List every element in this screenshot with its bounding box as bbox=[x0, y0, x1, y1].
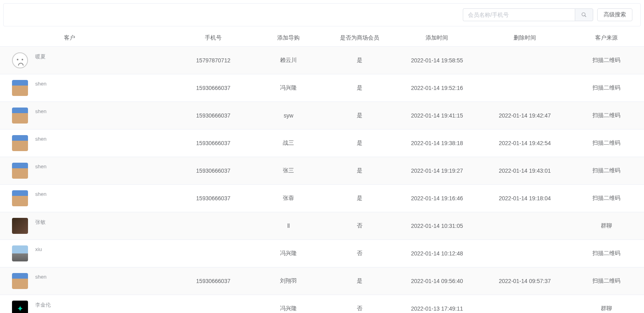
cell-guide: 张蓉 bbox=[251, 185, 326, 212]
cell-guide: 张三 bbox=[251, 157, 326, 185]
customer-name: xiu bbox=[35, 245, 42, 252]
customer-cell: shen bbox=[0, 273, 176, 289]
cell-guide: 冯兴隆 bbox=[251, 74, 326, 102]
customer-name: 暖夏 bbox=[35, 52, 46, 60]
cell-guide: 赖云川 bbox=[251, 47, 326, 74]
table-row[interactable]: shen15930666037张蓉是2022-01-14 19:16:46202… bbox=[0, 185, 644, 212]
table-row[interactable]: shen15930666037刘翔羽是2022-01-14 09:56:4020… bbox=[0, 267, 644, 295]
cell-add-time: 2022-01-14 19:58:55 bbox=[393, 47, 481, 74]
svg-line-1 bbox=[585, 16, 586, 17]
svg-point-0 bbox=[582, 13, 585, 16]
avatar bbox=[12, 163, 28, 179]
avatar bbox=[12, 135, 28, 151]
cell-add-time: 2022-01-14 19:52:16 bbox=[393, 74, 481, 102]
header-add-time: 添加时间 bbox=[393, 30, 481, 47]
customer-cell: shen bbox=[0, 80, 176, 96]
cell-source: 扫描二维码 bbox=[569, 130, 644, 157]
table-row[interactable]: xiu冯兴隆否2022-01-14 10:12:48扫描二维码 bbox=[0, 240, 644, 267]
customer-name: shen bbox=[35, 163, 46, 169]
table-row[interactable]: 李金伦冯兴隆否2022-01-13 17:49:11群聊 bbox=[0, 295, 644, 313]
cell-del-time: 2022-01-14 19:42:54 bbox=[481, 130, 569, 157]
table-row[interactable]: shen15930666037张三是2022-01-14 19:19:27202… bbox=[0, 157, 644, 185]
cell-add-time: 2022-01-14 19:41:15 bbox=[393, 102, 481, 130]
cell-del-time: 2022-01-14 09:57:37 bbox=[481, 267, 569, 295]
cell-del-time: 2022-01-14 19:42:47 bbox=[481, 102, 569, 130]
advanced-search-button[interactable]: 高级搜索 bbox=[597, 8, 632, 21]
cell-guide: 冯兴隆 bbox=[251, 295, 326, 313]
cell-del-time bbox=[481, 295, 569, 313]
cell-del-time bbox=[481, 74, 569, 102]
customer-cell: shen bbox=[0, 190, 176, 206]
cell-member: 否 bbox=[326, 212, 393, 240]
customer-name: shen bbox=[35, 108, 46, 114]
cell-phone bbox=[176, 240, 251, 267]
table-header-row: 客户 手机号 添加导购 是否为商场会员 添加时间 删除时间 客户来源 bbox=[0, 30, 644, 47]
cell-guide: 冯兴隆 bbox=[251, 240, 326, 267]
header-source: 客户来源 bbox=[569, 30, 644, 47]
cell-phone: 15930666037 bbox=[176, 267, 251, 295]
cell-source: 扫描二维码 bbox=[569, 47, 644, 74]
cell-del-time bbox=[481, 212, 569, 240]
search-button[interactable] bbox=[575, 8, 593, 21]
cell-guide: syw bbox=[251, 102, 326, 130]
customer-name: 张敏 bbox=[35, 218, 46, 226]
cell-phone bbox=[176, 212, 251, 240]
cell-source: 扫描二维码 bbox=[569, 185, 644, 212]
table-row[interactable]: shen15930666037冯兴隆是2022-01-14 19:52:16扫描… bbox=[0, 74, 644, 102]
avatar bbox=[12, 108, 28, 124]
cell-member: 是 bbox=[326, 157, 393, 185]
cell-member: 是 bbox=[326, 185, 393, 212]
customer-name: shen bbox=[35, 190, 46, 197]
toolbar: 高级搜索 bbox=[3, 3, 641, 26]
cell-add-time: 2022-01-14 19:38:18 bbox=[393, 130, 481, 157]
customer-name: shen bbox=[35, 273, 46, 280]
cell-del-time bbox=[481, 240, 569, 267]
customer-cell: 暖夏 bbox=[0, 52, 176, 68]
cell-guide: 刘翔羽 bbox=[251, 267, 326, 295]
cell-del-time: 2022-01-14 19:43:01 bbox=[481, 157, 569, 185]
cell-phone: 15930666037 bbox=[176, 74, 251, 102]
cell-member: 否 bbox=[326, 295, 393, 313]
header-member: 是否为商场会员 bbox=[326, 30, 393, 47]
cell-guide: 战三 bbox=[251, 130, 326, 157]
avatar bbox=[12, 245, 28, 261]
search-icon bbox=[581, 12, 587, 18]
cell-member: 是 bbox=[326, 267, 393, 295]
cell-phone: 15797870712 bbox=[176, 47, 251, 74]
table-row[interactable]: shen15930666037syw是2022-01-14 19:41:1520… bbox=[0, 102, 644, 130]
cell-member: 是 bbox=[326, 47, 393, 74]
cell-add-time: 2022-01-14 10:12:48 bbox=[393, 240, 481, 267]
cell-source: 扫描二维码 bbox=[569, 102, 644, 130]
cell-source: 扫描二维码 bbox=[569, 267, 644, 295]
cell-add-time: 2022-01-14 10:31:05 bbox=[393, 212, 481, 240]
cell-member: 是 bbox=[326, 102, 393, 130]
cell-source: 扫描二维码 bbox=[569, 240, 644, 267]
cell-add-time: 2022-01-13 17:49:11 bbox=[393, 295, 481, 313]
avatar bbox=[12, 190, 28, 206]
avatar bbox=[12, 273, 28, 289]
table-row[interactable]: 暖夏15797870712赖云川是2022-01-14 19:58:55扫描二维… bbox=[0, 47, 644, 74]
customer-name: shen bbox=[35, 135, 46, 142]
avatar bbox=[12, 301, 28, 313]
cell-del-time bbox=[481, 47, 569, 74]
cell-member: 是 bbox=[326, 130, 393, 157]
customer-cell: xiu bbox=[0, 245, 176, 261]
table-row[interactable]: 张敏ll否2022-01-14 10:31:05群聊 bbox=[0, 212, 644, 240]
cell-phone: 15930666037 bbox=[176, 157, 251, 185]
cell-del-time: 2022-01-14 19:18:04 bbox=[481, 185, 569, 212]
cell-source: 扫描二维码 bbox=[569, 157, 644, 185]
avatar bbox=[12, 218, 28, 234]
header-del-time: 删除时间 bbox=[481, 30, 569, 47]
table-row[interactable]: shen15930666037战三是2022-01-14 19:38:18202… bbox=[0, 130, 644, 157]
search-input[interactable] bbox=[463, 8, 575, 21]
customer-name: shen bbox=[35, 80, 46, 87]
cell-add-time: 2022-01-14 09:56:40 bbox=[393, 267, 481, 295]
cell-source: 群聊 bbox=[569, 212, 644, 240]
customer-table: 客户 手机号 添加导购 是否为商场会员 添加时间 删除时间 客户来源 暖夏157… bbox=[0, 30, 644, 313]
avatar bbox=[12, 80, 28, 96]
cell-phone: 15930666037 bbox=[176, 130, 251, 157]
header-customer: 客户 bbox=[0, 30, 176, 47]
customer-cell: shen bbox=[0, 108, 176, 124]
header-phone: 手机号 bbox=[176, 30, 251, 47]
cell-member: 否 bbox=[326, 240, 393, 267]
